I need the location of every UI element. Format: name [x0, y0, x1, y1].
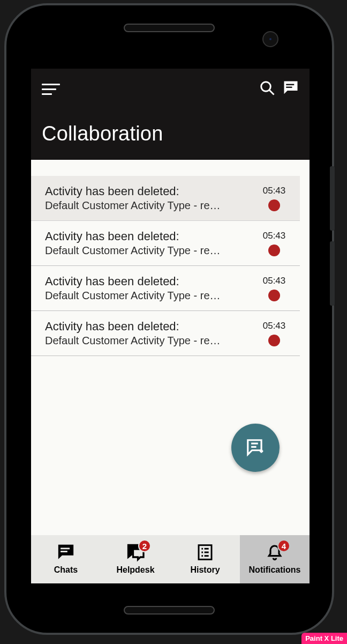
- volume-up-button: [330, 166, 335, 231]
- phone-frame: Collaboration Activity has been deleted:…: [4, 3, 334, 635]
- unread-dot-icon: [268, 199, 280, 211]
- nav-helpdesk[interactable]: 2 Helpdesk: [101, 535, 170, 583]
- notification-time: 05:43: [263, 321, 286, 331]
- svg-rect-3: [286, 87, 292, 88]
- notification-title: Activity has been deleted:: [45, 320, 258, 334]
- nav-chats[interactable]: Chats: [31, 535, 101, 583]
- app-header: Collaboration: [31, 69, 310, 160]
- notification-item[interactable]: Activity has been deleted:Default Custom…: [31, 311, 300, 356]
- unread-dot-icon: [268, 245, 280, 256]
- notification-subtitle: Default Customer Activity Type - re…: [45, 245, 258, 257]
- svg-rect-8: [61, 548, 70, 550]
- speaker-top: [124, 24, 215, 32]
- notification-subtitle: Default Customer Activity Type - re…: [45, 335, 258, 347]
- nav-label: History: [190, 565, 220, 575]
- bottom-nav: Chats 2 Helpdesk: [31, 535, 310, 583]
- nav-history[interactable]: History: [170, 535, 240, 583]
- history-icon: [197, 544, 214, 563]
- notification-title: Activity has been deleted:: [45, 184, 258, 198]
- unread-dot-icon: [268, 335, 280, 346]
- notification-subtitle: Default Customer Activity Type - re…: [45, 199, 258, 212]
- nav-notifications[interactable]: 4 Notifications: [240, 535, 310, 583]
- volume-down-button: [330, 241, 335, 306]
- svg-rect-9: [61, 551, 67, 552]
- front-camera: [262, 31, 278, 47]
- notification-item[interactable]: Activity has been deleted:Default Custom…: [31, 176, 300, 221]
- svg-rect-2: [286, 84, 294, 86]
- notification-title: Activity has been deleted:: [45, 275, 258, 288]
- notifications-badge: 4: [277, 539, 290, 552]
- unread-dot-icon: [268, 290, 280, 301]
- notification-subtitle: Default Customer Activity Type - re…: [45, 290, 258, 302]
- speaker-bottom: [124, 606, 215, 615]
- nav-label: Chats: [54, 565, 78, 575]
- notification-title: Activity has been deleted:: [45, 230, 258, 243]
- notification-list-container: Activity has been deleted:Default Custom…: [31, 160, 310, 535]
- watermark: Paint X Lite: [301, 633, 347, 644]
- menu-icon[interactable]: [42, 80, 60, 98]
- search-icon[interactable]: [259, 80, 275, 98]
- nav-label: Notifications: [249, 565, 301, 575]
- notification-time: 05:43: [263, 186, 286, 196]
- notification-time: 05:43: [263, 231, 286, 241]
- svg-line-1: [269, 90, 274, 95]
- page-title: Collaboration: [42, 122, 299, 145]
- app-screen: Collaboration Activity has been deleted:…: [31, 69, 310, 583]
- helpdesk-badge: 2: [138, 539, 151, 552]
- new-message-fab[interactable]: [231, 424, 280, 472]
- chat-icon: [57, 543, 75, 564]
- notification-item[interactable]: Activity has been deleted:Default Custom…: [31, 266, 300, 311]
- notification-time: 05:43: [263, 276, 286, 286]
- svg-point-0: [261, 82, 271, 92]
- nav-label: Helpdesk: [116, 565, 154, 575]
- chat-icon[interactable]: [283, 80, 299, 98]
- notification-item[interactable]: Activity has been deleted:Default Custom…: [31, 221, 300, 266]
